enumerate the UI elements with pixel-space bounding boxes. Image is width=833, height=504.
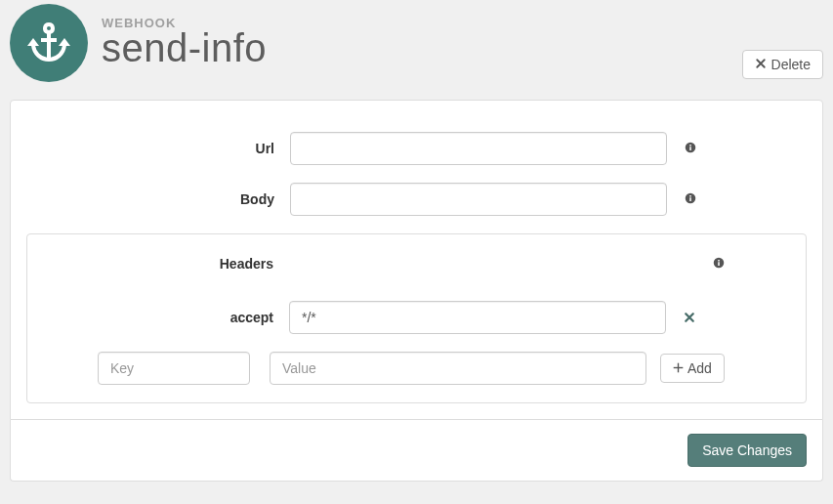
page-title: send-info — [102, 26, 267, 70]
remove-header-button[interactable] — [680, 306, 699, 330]
headers-section-label: Headers — [39, 256, 289, 272]
webhook-avatar — [10, 4, 88, 82]
header-key-label: accept — [39, 310, 289, 325]
svg-rect-7 — [718, 262, 720, 266]
delete-button[interactable]: Delete — [742, 50, 823, 79]
headers-title-row: Headers — [39, 256, 794, 272]
body-row: Body — [26, 183, 807, 216]
svg-rect-1 — [689, 147, 691, 150]
form-panel: Url Body Headers accept — [10, 100, 823, 420]
add-header-button[interactable]: Add — [660, 354, 725, 383]
delete-button-label: Delete — [771, 57, 811, 72]
svg-rect-5 — [689, 195, 691, 197]
save-button[interactable]: Save Changes — [687, 434, 807, 467]
close-icon — [755, 57, 767, 72]
svg-rect-4 — [689, 197, 691, 201]
url-input[interactable] — [290, 132, 667, 165]
close-icon — [684, 310, 695, 326]
add-button-label: Add — [687, 360, 712, 376]
page-header: WEBHOOK send-info Delete — [0, 0, 833, 100]
svg-rect-2 — [689, 145, 691, 147]
info-icon[interactable] — [685, 141, 696, 156]
header-value-input[interactable] — [289, 301, 666, 334]
anchor-icon — [25, 19, 72, 68]
url-label: Url — [26, 141, 290, 156]
url-row: Url — [26, 132, 807, 165]
info-icon[interactable] — [685, 191, 696, 207]
body-label: Body — [26, 191, 290, 207]
header-new-row: Add — [39, 352, 794, 385]
svg-rect-8 — [718, 260, 720, 262]
info-icon[interactable] — [713, 256, 725, 272]
title-group: WEBHOOK send-info — [102, 16, 267, 70]
body-input[interactable] — [290, 183, 667, 216]
headers-section: Headers accept — [26, 233, 807, 403]
save-button-label: Save Changes — [702, 442, 792, 458]
header-row: accept — [39, 301, 794, 334]
plus-icon — [673, 360, 684, 376]
header-value-input[interactable] — [270, 352, 646, 385]
header-key-input[interactable] — [98, 352, 250, 385]
form-footer: Save Changes — [10, 420, 823, 482]
